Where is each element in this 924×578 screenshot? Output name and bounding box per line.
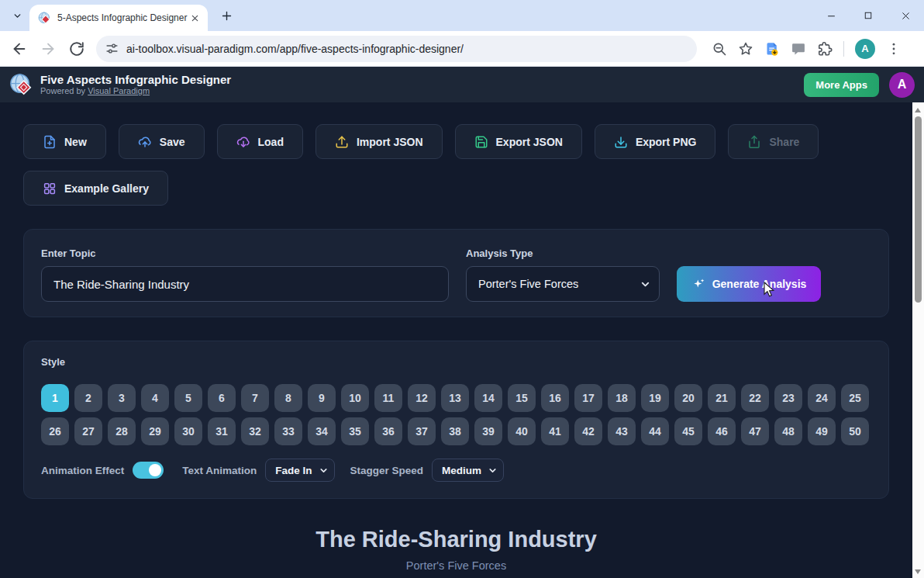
style-button-40[interactable]: 40 (508, 417, 536, 445)
style-button-46[interactable]: 46 (708, 417, 736, 445)
style-button-28[interactable]: 28 (108, 417, 136, 445)
menu-dots-icon[interactable] (886, 41, 902, 57)
scrollbar-thumb[interactable] (915, 116, 922, 303)
docs-offline-icon[interactable] (764, 41, 780, 57)
style-button-37[interactable]: 37 (408, 417, 436, 445)
style-button-23[interactable]: 23 (774, 384, 802, 412)
style-button-45[interactable]: 45 (674, 417, 702, 445)
style-button-16[interactable]: 16 (541, 384, 569, 412)
style-button-29[interactable]: 29 (141, 417, 169, 445)
text-animation-select[interactable]: Fade In (265, 459, 334, 482)
style-button-35[interactable]: 35 (341, 417, 369, 445)
style-button-10[interactable]: 10 (341, 384, 369, 412)
profile-avatar[interactable]: A (855, 39, 875, 59)
action-button-new[interactable]: New (23, 124, 106, 159)
style-button-25[interactable]: 25 (841, 384, 869, 412)
reload-icon[interactable] (68, 40, 85, 57)
action-button-label: Save (160, 136, 185, 148)
visual-paradigm-link[interactable]: Visual Paradigm (88, 86, 150, 95)
scroll-up-arrow-icon[interactable] (915, 108, 921, 112)
action-button-save[interactable]: Save (119, 124, 205, 159)
browser-window: 5-Aspects Infographic Designer ai-toolbo… (0, 0, 924, 578)
style-button-9[interactable]: 9 (308, 384, 336, 412)
scroll-down-arrow-icon[interactable] (915, 569, 921, 574)
style-button-5[interactable]: 5 (174, 384, 202, 412)
style-button-17[interactable]: 17 (574, 384, 602, 412)
style-button-11[interactable]: 11 (374, 384, 402, 412)
more-apps-button[interactable]: More Apps (804, 73, 879, 97)
action-button-share[interactable]: Share (728, 124, 819, 159)
style-button-8[interactable]: 8 (274, 384, 302, 412)
close-window-button[interactable] (887, 0, 924, 31)
style-button-31[interactable]: 31 (208, 417, 236, 445)
style-button-21[interactable]: 21 (708, 384, 736, 412)
style-button-39[interactable]: 39 (474, 417, 502, 445)
chevron-down-icon (488, 466, 498, 476)
back-icon[interactable] (11, 40, 28, 57)
bookmark-star-icon[interactable] (738, 41, 753, 57)
style-button-22[interactable]: 22 (741, 384, 769, 412)
style-button-3[interactable]: 3 (108, 384, 136, 412)
extensions-icon[interactable] (817, 41, 833, 57)
maximize-button[interactable] (850, 0, 887, 31)
download-icon (614, 135, 628, 149)
new-tab-button[interactable] (218, 7, 236, 25)
style-button-32[interactable]: 32 (241, 417, 269, 445)
style-button-7[interactable]: 7 (241, 384, 269, 412)
style-button-43[interactable]: 43 (608, 417, 636, 445)
style-button-48[interactable]: 48 (774, 417, 802, 445)
tab-close-icon[interactable] (188, 12, 202, 25)
generate-analysis-button[interactable]: Generate Analysis (677, 266, 821, 302)
style-button-4[interactable]: 4 (141, 384, 169, 412)
tab-search-button[interactable] (7, 5, 28, 26)
animation-effect-toggle[interactable] (133, 462, 164, 479)
style-button-2[interactable]: 2 (74, 384, 102, 412)
style-button-36[interactable]: 36 (374, 417, 402, 445)
style-button-6[interactable]: 6 (208, 384, 236, 412)
user-avatar[interactable]: A (889, 72, 915, 98)
visual-paradigm-logo (9, 73, 33, 97)
topic-field-block: Enter Topic (41, 247, 449, 302)
address-bar[interactable]: ai-toolbox.visual-paradigm.com/app/five-… (96, 36, 697, 62)
action-button-label: Import JSON (357, 136, 423, 148)
style-button-20[interactable]: 20 (674, 384, 702, 412)
style-button-41[interactable]: 41 (541, 417, 569, 445)
vertical-scrollbar[interactable] (912, 102, 924, 578)
style-button-38[interactable]: 38 (441, 417, 469, 445)
action-button-export-json[interactable]: Export JSON (455, 124, 582, 159)
topic-input[interactable] (41, 266, 449, 302)
style-button-1[interactable]: 1 (41, 384, 69, 412)
analysis-type-value: Porter's Five Forces (478, 278, 578, 290)
example-gallery-button[interactable]: Example Gallery (23, 171, 168, 206)
analysis-type-select[interactable]: Porter's Five Forces (466, 266, 660, 302)
stagger-speed-select[interactable]: Medium (432, 459, 504, 482)
style-button-47[interactable]: 47 (741, 417, 769, 445)
style-button-34[interactable]: 34 (308, 417, 336, 445)
style-button-50[interactable]: 50 (841, 417, 869, 445)
style-button-15[interactable]: 15 (508, 384, 536, 412)
grid-icon (43, 182, 57, 196)
action-button-load[interactable]: Load (217, 124, 303, 159)
style-button-27[interactable]: 27 (74, 417, 102, 445)
style-button-42[interactable]: 42 (574, 417, 602, 445)
style-button-12[interactable]: 12 (408, 384, 436, 412)
style-button-14[interactable]: 14 (474, 384, 502, 412)
style-button-24[interactable]: 24 (808, 384, 836, 412)
powered-by-prefix: Powered by (40, 86, 85, 95)
style-button-18[interactable]: 18 (608, 384, 636, 412)
minimize-button[interactable] (812, 0, 850, 31)
tune-icon[interactable] (105, 42, 119, 55)
style-button-19[interactable]: 19 (641, 384, 669, 412)
action-button-export-png[interactable]: Export PNG (595, 124, 716, 159)
browser-tab[interactable]: 5-Aspects Infographic Designer (29, 5, 208, 31)
style-button-44[interactable]: 44 (641, 417, 669, 445)
style-button-13[interactable]: 13 (441, 384, 469, 412)
style-button-49[interactable]: 49 (808, 417, 836, 445)
feedback-icon[interactable] (791, 41, 806, 57)
action-button-import-json[interactable]: Import JSON (315, 124, 443, 159)
style-button-33[interactable]: 33 (274, 417, 302, 445)
forward-icon[interactable] (40, 40, 57, 57)
style-button-26[interactable]: 26 (41, 417, 69, 445)
style-button-30[interactable]: 30 (174, 417, 202, 445)
zoom-icon[interactable] (712, 41, 727, 57)
